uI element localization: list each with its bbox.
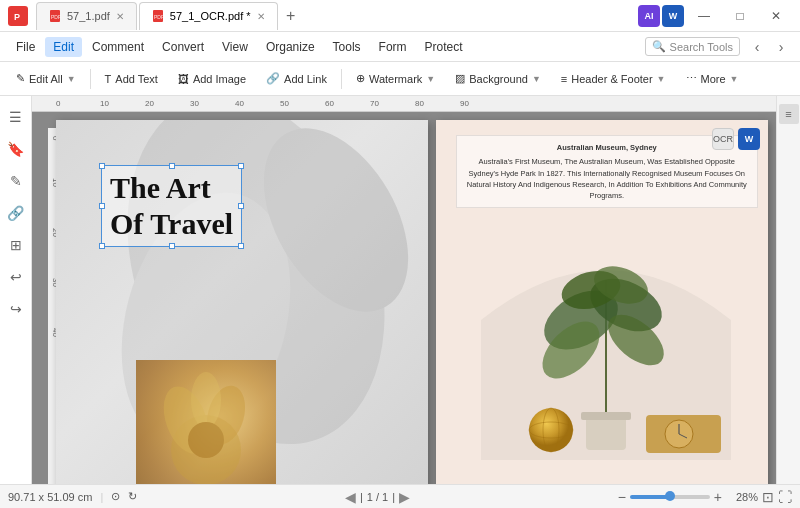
add-image-button[interactable]: 🖼 Add Image — [170, 66, 254, 92]
nav-arrows: ‹ › — [746, 36, 792, 58]
text-icon: T — [105, 73, 112, 85]
main-layout: ☰ 🔖 ✎ 🔗 ⊞ ↩ ↪ 0 10 20 30 40 50 60 70 80 … — [0, 96, 800, 484]
rotate-icon[interactable]: ↻ — [128, 490, 137, 503]
museum-title: Australian Museum, Sydney — [465, 142, 749, 153]
handle-tr[interactable] — [238, 163, 244, 169]
scan-icon[interactable]: ⊙ — [111, 490, 120, 503]
pdf-icon: PDF — [49, 10, 61, 22]
ruler-30: 30 — [190, 99, 199, 108]
sidebar-icon-comment[interactable]: ✎ — [3, 168, 29, 194]
close-button[interactable]: ✕ — [760, 6, 792, 26]
pdf-page-left: The Art Of Travel — [56, 120, 428, 484]
menu-tools[interactable]: Tools — [325, 37, 369, 57]
new-tab-button[interactable]: + — [280, 5, 302, 27]
sidebar-icon-back[interactable]: ↩ — [3, 264, 29, 290]
ocr-badge[interactable]: OCR — [712, 128, 734, 150]
nav-forward[interactable]: › — [770, 36, 792, 58]
link-icon: 🔗 — [266, 72, 280, 85]
title-selection-box[interactable]: The Art Of Travel — [101, 165, 242, 247]
decor-svg — [451, 220, 753, 460]
sidebar-icon-menu[interactable]: ☰ — [3, 104, 29, 130]
tab-file2[interactable]: PDF 57_1_OCR.pdf * ✕ — [139, 2, 278, 30]
header-footer-label: Header & Footer — [571, 73, 652, 85]
sidebar-icon-forward[interactable]: ↪ — [3, 296, 29, 322]
tab-close-1[interactable]: ✕ — [116, 11, 124, 22]
more-dropdown-icon: ▼ — [730, 74, 739, 84]
title-line2: Of Travel — [110, 207, 233, 240]
tab-close-2[interactable]: ✕ — [257, 11, 265, 22]
zoom-slider[interactable] — [630, 495, 710, 499]
handle-mr[interactable] — [238, 203, 244, 209]
background-label: Background — [469, 73, 528, 85]
header-icon: ≡ — [561, 73, 567, 85]
zoom-in-button[interactable]: + — [714, 489, 722, 505]
fullscreen-button[interactable]: ⛶ — [778, 489, 792, 505]
svg-text:PDF: PDF — [51, 14, 61, 20]
right-icon-settings[interactable]: ≡ — [779, 104, 799, 124]
edit-all-label: Edit All — [29, 73, 63, 85]
handle-ml[interactable] — [99, 203, 105, 209]
right-sidebar: ≡ — [776, 96, 800, 484]
handle-br[interactable] — [238, 243, 244, 249]
menu-form[interactable]: Form — [371, 37, 415, 57]
edit-icon: ✎ — [16, 72, 25, 85]
ruler-top: 0 10 20 30 40 50 60 70 80 90 — [32, 96, 776, 112]
svg-point-23 — [529, 408, 573, 452]
menu-comment[interactable]: Comment — [84, 37, 152, 57]
add-link-button[interactable]: 🔗 Add Link — [258, 66, 335, 92]
svg-text:P: P — [14, 12, 20, 22]
zoom-thumb — [665, 491, 675, 501]
fit-page-button[interactable]: ⊡ — [762, 489, 774, 505]
add-text-button[interactable]: T Add Text — [97, 66, 166, 92]
pdf-title: The Art Of Travel — [110, 170, 233, 242]
museum-description: Australia's First Museum, The Australian… — [465, 156, 749, 201]
watermark-dropdown-icon: ▼ — [426, 74, 435, 84]
menu-protect[interactable]: Protect — [417, 37, 471, 57]
ruler-70: 70 — [370, 99, 379, 108]
image-icon: 🖼 — [178, 73, 189, 85]
status-bar: 90.71 x 51.09 cm | ⊙ ↻ ◀ | 1 / 1 | ▶ − +… — [0, 484, 800, 508]
ruler-60: 60 — [325, 99, 334, 108]
add-link-label: Add Link — [284, 73, 327, 85]
maximize-button[interactable]: □ — [724, 6, 756, 26]
background-button[interactable]: ▨ Background ▼ — [447, 66, 549, 92]
sidebar-icon-bookmark[interactable]: 🔖 — [3, 136, 29, 162]
menu-edit[interactable]: Edit — [45, 37, 82, 57]
more-button[interactable]: ⋯ More ▼ — [678, 66, 747, 92]
edit-all-button[interactable]: ✎ Edit All ▼ — [8, 66, 84, 92]
pdf-icon-2: PDF — [152, 10, 164, 22]
flower-svg — [136, 360, 276, 484]
sidebar-icon-link[interactable]: 🔗 — [3, 200, 29, 226]
tab-label-2: 57_1_OCR.pdf * — [170, 10, 251, 22]
handle-bl[interactable] — [99, 243, 105, 249]
zoom-out-button[interactable]: − — [618, 489, 626, 505]
tab-group: PDF 57_1.pdf ✕ PDF 57_1_OCR.pdf * ✕ + — [36, 2, 638, 30]
menu-bar: File Edit Comment Convert View Organize … — [0, 32, 800, 62]
title-line1: The Art — [110, 171, 211, 204]
menu-convert[interactable]: Convert — [154, 37, 212, 57]
pdf-content-area: 0 10 20 30 40 T — [48, 112, 776, 484]
word-badge-page[interactable]: W — [738, 128, 760, 150]
add-image-label: Add Image — [193, 73, 246, 85]
handle-bm[interactable] — [169, 243, 175, 249]
badge-area: OCR W — [712, 128, 760, 150]
search-tools-box[interactable]: 🔍 Search Tools — [645, 37, 740, 56]
ai-badge[interactable]: AI — [638, 5, 660, 27]
handle-tl[interactable] — [99, 163, 105, 169]
minimize-button[interactable]: — — [688, 6, 720, 26]
menu-organize[interactable]: Organize — [258, 37, 323, 57]
header-footer-button[interactable]: ≡ Header & Footer ▼ — [553, 66, 674, 92]
search-tools-label: Search Tools — [670, 41, 733, 53]
word-badge[interactable]: W — [662, 5, 684, 27]
page-prev-button[interactable]: ◀ — [345, 489, 356, 505]
menu-view[interactable]: View — [214, 37, 256, 57]
page-next-button[interactable]: ▶ — [399, 489, 410, 505]
sidebar-icon-layers[interactable]: ⊞ — [3, 232, 29, 258]
tab-file1[interactable]: PDF 57_1.pdf ✕ — [36, 2, 137, 30]
menu-file[interactable]: File — [8, 37, 43, 57]
handle-tm[interactable] — [169, 163, 175, 169]
dimensions-display: 90.71 x 51.09 cm — [8, 491, 92, 503]
nav-back[interactable]: ‹ — [746, 36, 768, 58]
watermark-button[interactable]: ⊕ Watermark ▼ — [348, 66, 443, 92]
watermark-icon: ⊕ — [356, 72, 365, 85]
